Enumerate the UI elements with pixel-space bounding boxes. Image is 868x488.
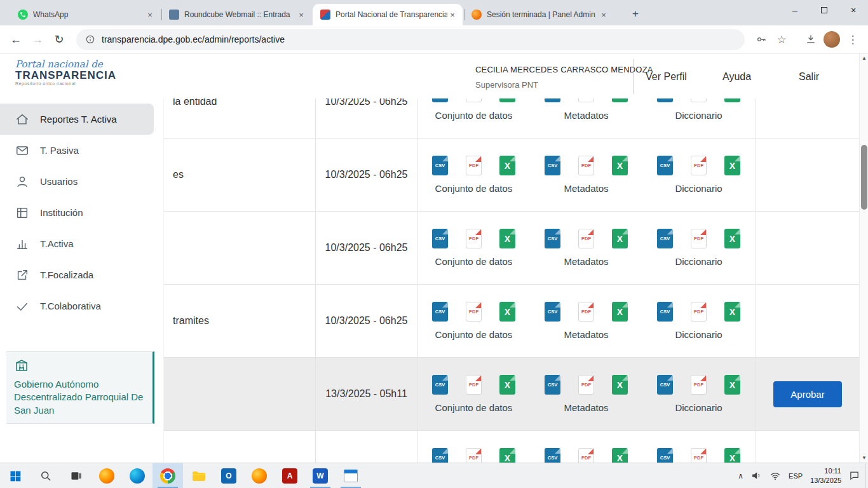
pdf-file-icon[interactable]: PDF	[691, 98, 707, 102]
url-input[interactable]: transparencia.dpe.gob.ec/admin/reports/a…	[76, 29, 745, 50]
csv-file-icon[interactable]: CSV	[657, 229, 673, 248]
site-info-icon[interactable]	[85, 34, 95, 44]
page-scrollbar[interactable]: ▲ ▼	[859, 54, 868, 463]
volume-icon[interactable]	[751, 470, 762, 481]
sidebar-item-institucion[interactable]: Institución	[0, 197, 163, 228]
sidebar-item-t-colaborativa[interactable]: T.Colaborativa	[0, 290, 163, 322]
pdf-file-icon[interactable]: PDF	[466, 98, 482, 102]
pdf-file-icon[interactable]: PDF	[578, 156, 594, 175]
tab-close-icon[interactable]: ×	[296, 10, 306, 20]
tab-portal-active[interactable]: Portal Nacional de Transparencia ×	[313, 4, 463, 25]
reload-button[interactable]: ↻	[48, 29, 70, 50]
network-icon[interactable]	[770, 470, 781, 482]
pdf-file-icon[interactable]: PDF	[466, 302, 482, 322]
csv-file-icon[interactable]: CSV	[657, 98, 673, 102]
nav-ayuda[interactable]: Ayuda	[722, 71, 751, 83]
xls-file-icon[interactable]: X	[724, 448, 740, 463]
xls-file-icon[interactable]: X	[612, 302, 628, 322]
pdf-file-icon[interactable]: PDF	[578, 229, 594, 248]
sidebar-item-t-pasiva[interactable]: T. Pasiva	[0, 135, 163, 166]
bookmark-star-icon[interactable]: ☆	[771, 29, 792, 50]
taskbar-clock[interactable]: 10:11 13/3/2025	[810, 466, 841, 485]
xls-file-icon[interactable]: X	[612, 98, 628, 102]
csv-file-icon[interactable]: CSV	[657, 375, 673, 395]
csv-file-icon[interactable]: CSV	[432, 375, 448, 395]
taskbar-edge-button[interactable]	[122, 463, 153, 488]
csv-file-icon[interactable]: CSV	[545, 302, 560, 322]
csv-file-icon[interactable]: CSV	[545, 229, 560, 248]
tab-close-icon[interactable]: ×	[599, 10, 609, 20]
xls-file-icon[interactable]: X	[612, 448, 628, 463]
xls-file-icon[interactable]: X	[499, 448, 515, 463]
xls-file-icon[interactable]: X	[499, 98, 515, 102]
csv-file-icon[interactable]: CSV	[657, 302, 673, 322]
pdf-file-icon[interactable]: PDF	[578, 448, 594, 463]
pdf-file-icon[interactable]: PDF	[466, 156, 482, 175]
close-window-button[interactable]: ×	[839, 0, 868, 20]
taskbar-orange-app-button[interactable]	[244, 463, 275, 488]
csv-file-icon[interactable]: CSV	[657, 448, 673, 463]
xls-file-icon[interactable]: X	[499, 375, 515, 395]
downloads-icon[interactable]	[801, 29, 821, 50]
taskbar-chrome-button[interactable]	[153, 463, 183, 488]
minimize-button[interactable]: –	[780, 0, 810, 20]
sidebar-item-usuarios[interactable]: Usuarios	[0, 166, 163, 197]
csv-file-icon[interactable]: CSV	[432, 156, 448, 175]
tab-panel-admin[interactable]: Sesión terminada | Panel Admin ×	[464, 4, 614, 25]
sidebar-item-t-activa[interactable]: T.Activa	[0, 228, 163, 259]
action-center-icon[interactable]	[849, 470, 860, 481]
taskbar-firefox-button[interactable]	[92, 463, 122, 488]
pdf-file-icon[interactable]: PDF	[466, 229, 482, 248]
language-indicator[interactable]: ESP	[789, 472, 803, 480]
tab-whatsapp[interactable]: WhatsApp ×	[10, 4, 160, 25]
pdf-file-icon[interactable]: PDF	[466, 448, 482, 463]
pdf-file-icon[interactable]: PDF	[466, 375, 482, 395]
approve-button[interactable]: Aprobar	[773, 381, 841, 407]
institution-card[interactable]: Gobierno Autónomo Descentralizado Parroq…	[6, 351, 154, 424]
tab-close-icon[interactable]: ×	[447, 10, 458, 20]
pdf-file-icon[interactable]: PDF	[691, 156, 707, 175]
xls-file-icon[interactable]: X	[612, 156, 628, 175]
new-tab-button[interactable]: +	[628, 6, 643, 22]
xls-file-icon[interactable]: X	[724, 302, 740, 322]
tab-roundcube[interactable]: Roundcube Webmail :: Entrada ×	[161, 4, 311, 25]
start-button[interactable]	[0, 463, 31, 488]
sidebar-item-t-focalizada[interactable]: T.Focalizada	[0, 259, 163, 290]
taskbar-app-window-button[interactable]	[336, 463, 366, 488]
scroll-up-icon[interactable]: ▲	[860, 54, 868, 63]
scroll-down-icon[interactable]: ▼	[860, 454, 868, 463]
chrome-menu-icon[interactable]: ⋮	[843, 29, 863, 50]
password-key-icon[interactable]	[751, 29, 771, 50]
xls-file-icon[interactable]: X	[499, 156, 515, 175]
portal-logo[interactable]: Portal nacional de TRANSPARENCIA Reposit…	[15, 60, 116, 86]
xls-file-icon[interactable]: X	[724, 229, 740, 248]
xls-file-icon[interactable]: X	[499, 302, 515, 322]
csv-file-icon[interactable]: CSV	[545, 448, 560, 463]
tray-chevron-icon[interactable]: ∧	[738, 471, 743, 480]
maximize-button[interactable]	[810, 0, 839, 20]
pdf-file-icon[interactable]: PDF	[578, 375, 594, 395]
scrollbar-thumb[interactable]	[861, 145, 867, 210]
pdf-file-icon[interactable]: PDF	[691, 448, 707, 463]
pdf-file-icon[interactable]: PDF	[691, 229, 707, 248]
taskbar-acrobat-button[interactable]: A	[275, 463, 305, 488]
forward-button[interactable]: →	[27, 29, 48, 50]
csv-file-icon[interactable]: CSV	[657, 156, 673, 175]
csv-file-icon[interactable]: CSV	[432, 98, 448, 102]
tab-close-icon[interactable]: ×	[145, 10, 155, 20]
taskbar-word-button[interactable]: W	[305, 463, 336, 488]
pdf-file-icon[interactable]: PDF	[691, 375, 707, 395]
xls-file-icon[interactable]: X	[499, 229, 515, 248]
taskbar-explorer-button[interactable]	[183, 463, 214, 488]
task-view-button[interactable]	[61, 463, 92, 488]
nav-ver-perfil[interactable]: Ver Perfil	[646, 71, 687, 83]
show-desktop-button[interactable]	[865, 463, 868, 488]
taskbar-search-button[interactable]	[31, 463, 61, 488]
back-button[interactable]: ←	[5, 29, 27, 50]
sidebar-item-reportes-t-activa[interactable]: Reportes T. Activa	[0, 104, 154, 135]
xls-file-icon[interactable]: X	[724, 375, 740, 395]
pdf-file-icon[interactable]: PDF	[578, 98, 594, 102]
csv-file-icon[interactable]: CSV	[432, 448, 448, 463]
xls-file-icon[interactable]: X	[612, 229, 628, 248]
csv-file-icon[interactable]: CSV	[545, 375, 560, 395]
